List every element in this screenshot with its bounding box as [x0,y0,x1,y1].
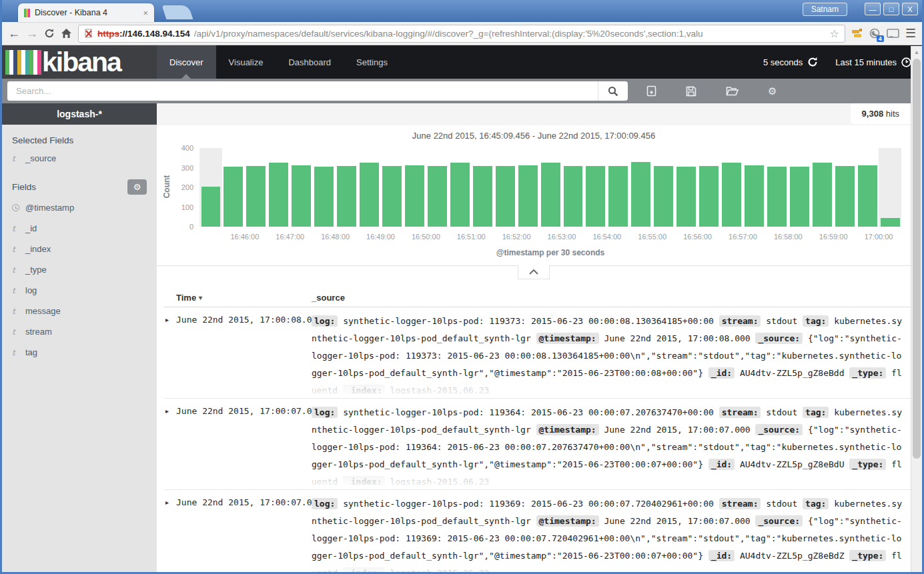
field-item-@timestamp[interactable]: @timestamp [2,197,157,218]
histogram-bar[interactable] [199,148,222,227]
search-input[interactable] [7,81,598,101]
histogram-bar[interactable] [630,148,652,227]
histogram-bar[interactable] [652,148,675,227]
histogram-bar[interactable] [245,148,268,227]
expand-row-icon[interactable]: ▸ [165,316,169,323]
scrollbar-up-arrow[interactable]: ▲ [911,46,922,55]
chrome-profile-button[interactable]: Satnam [803,3,847,16]
page-scrollbar[interactable]: ▲ [911,46,922,572]
cast-extension-icon[interactable] [887,29,899,39]
histogram-bar[interactable] [607,148,630,227]
bar-rect [722,163,741,227]
url-host: ://146.148.94.154 [119,29,190,39]
field-badge: tag: [803,407,829,418]
browser-tab[interactable]: Discover - Kibana 4 × [18,3,154,22]
histogram-bar[interactable] [721,148,743,227]
histogram-bar[interactable] [675,148,698,227]
bar-rect [223,167,243,227]
new-search-button[interactable] [646,85,656,97]
x-tick-label: 17:00:00 [865,233,893,241]
hits-count: 9,308 [862,109,884,119]
home-icon[interactable] [61,28,72,39]
back-icon[interactable]: ← [8,27,20,39]
expand-row-icon[interactable]: ▸ [165,407,169,415]
fields-settings-gear-icon[interactable]: ⚙ [127,179,147,195]
tab-visualize[interactable]: Visualize [216,45,276,79]
histogram-bar[interactable] [833,148,856,227]
histogram-bar[interactable] [222,148,245,227]
field-item-_index[interactable]: t_index [2,239,157,259]
histogram-bar[interactable] [494,148,516,227]
notes-extension-icon[interactable] [851,28,863,39]
tab-settings[interactable]: Settings [344,45,400,79]
histogram-bar[interactable] [426,148,448,227]
search-box [7,81,628,101]
histogram-bar[interactable] [743,148,766,227]
search-submit-button[interactable] [598,81,628,101]
histogram-bar[interactable] [811,148,833,227]
histogram-bar[interactable] [539,148,562,227]
window-maximize-button[interactable]: □ [883,3,899,15]
histogram-bar[interactable] [765,148,788,227]
field-item-_id[interactable]: t_id [2,218,157,239]
table-row[interactable]: ▸June 22nd 2015, 17:00:07.000log: synthe… [163,399,911,490]
field-item-_source[interactable]: t_source [2,148,157,169]
index-pattern-label[interactable]: logstash-* [2,103,157,125]
histogram-bar[interactable] [336,148,358,227]
table-row[interactable]: ▸June 22nd 2015, 17:00:08.000log: synthe… [163,307,911,399]
forward-icon[interactable]: → [26,27,38,39]
histogram-bar[interactable] [268,148,290,227]
settings-gear-icon[interactable]: ⚙ [768,85,777,97]
field-badge: stream: [719,315,761,327]
collapse-chart-button[interactable] [518,265,550,279]
tab-close-icon[interactable]: × [143,8,148,18]
histogram-bar[interactable] [313,148,336,227]
histogram-bar[interactable] [516,148,539,227]
row-time-cell: June 22nd 2015, 17:00:07.000 [163,495,312,574]
scrollbar-thumb[interactable] [913,59,921,459]
bookmark-star-icon[interactable]: ☆ [830,27,839,40]
histogram-bar[interactable] [562,148,584,227]
time-range-control[interactable]: Last 15 minutes [835,57,911,67]
reload-icon[interactable] [44,28,55,39]
field-item-_type[interactable]: t_type [2,259,157,280]
refresh-interval-control[interactable]: 5 seconds [763,57,818,67]
field-item-tag[interactable]: ttag [2,342,157,363]
histogram-bar[interactable] [856,148,879,227]
kibana-logo[interactable]: kibana [2,45,157,79]
window-close-button[interactable]: X [902,3,918,15]
open-search-button[interactable] [726,86,739,96]
histogram-bar[interactable] [403,148,426,227]
window-minimize-button[interactable]: — [865,3,881,15]
field-name: @timestamp [25,203,74,213]
histogram-bar[interactable] [381,148,404,227]
y-axis-label: Count [162,175,171,199]
expand-row-icon[interactable]: ▸ [165,499,169,506]
tab-dashboard[interactable]: Dashboard [276,45,344,79]
url-bar[interactable]: https://146.148.94.154 /api/v1/proxy/nam… [78,25,845,43]
histogram-bar[interactable] [879,148,901,227]
histogram-bar[interactable] [358,148,381,227]
histogram-bar[interactable] [290,148,313,227]
hangouts-extension-icon[interactable]: 4 [869,28,881,39]
histogram-bar[interactable] [471,148,494,227]
field-item-log[interactable]: tlog [2,280,157,301]
histogram-bar[interactable] [584,148,607,227]
field-item-stream[interactable]: tstream [2,321,157,342]
new-tab-button[interactable] [162,5,193,19]
page-insecure-icon[interactable] [84,29,93,39]
table-row[interactable]: ▸June 22nd 2015, 17:00:07.000log: synthe… [163,490,911,574]
time-column-header[interactable]: Time ▾ [163,293,312,303]
nav-items: DiscoverVisualizeDashboardSettings [157,45,400,79]
histogram-bar[interactable] [788,148,811,227]
field-item-message[interactable]: tmessage [2,301,157,321]
text-field-icon: t [12,245,19,254]
histogram-bar[interactable] [698,148,721,227]
text-field-icon: t [12,348,19,357]
histogram-bar[interactable] [448,148,471,227]
bar-rect [518,165,538,227]
bar-rect [246,166,266,227]
save-search-button[interactable] [686,86,697,97]
tab-discover[interactable]: Discover [157,45,216,79]
chrome-menu-icon[interactable]: ☰ [905,26,916,41]
